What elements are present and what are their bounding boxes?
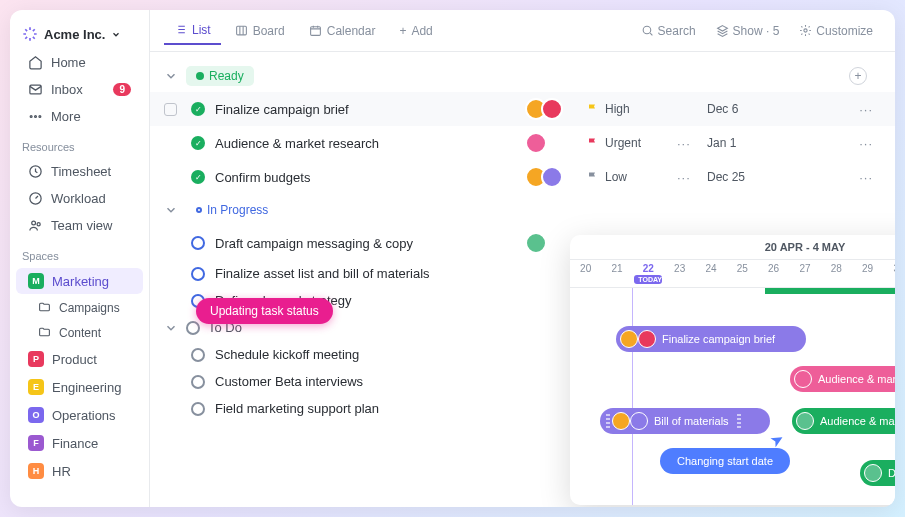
gantt-panel: 20 APR - 4 MAY 202122TODAY23242526272829… xyxy=(570,235,895,505)
space-product[interactable]: PProduct xyxy=(16,346,143,372)
sidebar: Acme Inc. Home Inbox 9 More Resources Ti… xyxy=(10,10,150,507)
drag-handle-icon[interactable] xyxy=(737,414,741,428)
drag-handle-icon[interactable] xyxy=(606,414,610,428)
assignees[interactable] xyxy=(525,232,569,254)
view-calendar[interactable]: Calendar xyxy=(299,17,386,44)
space-operations[interactable]: OOperations xyxy=(16,402,143,428)
gantt-bar[interactable]: Finalize campaign brief xyxy=(616,326,806,352)
space-hr[interactable]: HHR xyxy=(16,458,143,484)
space-badge: O xyxy=(28,407,44,423)
nav-workload[interactable]: Workload xyxy=(16,186,143,211)
task-row[interactable]: ✓ Confirm budgets Low ··· Dec 25 ··· xyxy=(150,160,895,194)
workspace-switcher[interactable]: Acme Inc. xyxy=(10,20,149,48)
space-badge: F xyxy=(28,435,44,451)
board-icon xyxy=(235,23,248,38)
nav-inbox[interactable]: Inbox 9 xyxy=(16,77,143,102)
status-check-icon[interactable] xyxy=(191,236,205,250)
task-name: Audience & market research xyxy=(215,136,515,151)
assignees[interactable] xyxy=(525,166,569,188)
space-label: HR xyxy=(52,464,71,479)
group-progress-header[interactable]: In Progress xyxy=(150,194,895,226)
svg-point-6 xyxy=(32,221,36,225)
cell-more[interactable]: ··· xyxy=(677,136,697,151)
gauge-icon xyxy=(28,191,43,206)
status-check-icon[interactable] xyxy=(191,267,205,281)
search-button[interactable]: Search xyxy=(633,19,704,42)
row-actions[interactable]: ··· xyxy=(859,102,873,117)
gantt-day-scale: 202122TODAY23242526272829301234 xyxy=(570,260,895,288)
chevron-down-icon[interactable] xyxy=(164,321,178,335)
flag-icon xyxy=(587,171,599,183)
gantt-day: 29 xyxy=(852,260,883,287)
due-date[interactable]: Dec 6 xyxy=(707,102,767,116)
status-check-icon[interactable]: ✓ xyxy=(191,170,205,184)
space-label: Finance xyxy=(52,436,98,451)
due-date[interactable]: Jan 1 xyxy=(707,136,767,150)
space-finance[interactable]: FFinance xyxy=(16,430,143,456)
assignees[interactable] xyxy=(525,98,569,120)
nav-home[interactable]: Home xyxy=(16,50,143,75)
space-marketing[interactable]: M Marketing xyxy=(16,268,143,294)
task-row[interactable]: ✓ Finalize campaign brief High Dec 6 ··· xyxy=(150,92,895,126)
clock-icon xyxy=(28,164,43,179)
task-row[interactable]: ✓ Audience & market research Urgent ··· … xyxy=(150,126,895,160)
assignees[interactable] xyxy=(525,132,569,154)
status-check-icon[interactable]: ✓ xyxy=(191,136,205,150)
space-badge: P xyxy=(28,351,44,367)
gantt-bar[interactable]: Bill of materials xyxy=(600,408,770,434)
priority[interactable]: Low xyxy=(587,170,667,184)
task-name: Draft campaign messaging & copy xyxy=(215,236,515,251)
gantt-bar[interactable]: Draft campaign messaging xyxy=(860,460,895,486)
due-date[interactable]: Dec 25 xyxy=(707,170,767,184)
plus-icon: + xyxy=(399,24,406,38)
gantt-bar[interactable]: Audience & market research xyxy=(790,366,895,392)
cell-more[interactable]: ··· xyxy=(677,170,697,185)
view-list[interactable]: List xyxy=(164,16,221,45)
toolbar: List Board Calendar + Add Search Show · xyxy=(150,10,895,52)
chevron-down-icon[interactable] xyxy=(164,203,178,217)
space-label: Engineering xyxy=(52,380,121,395)
task-name: Schedule kickoff meeting xyxy=(215,347,515,362)
chevron-down-icon[interactable] xyxy=(164,69,178,83)
folder-content[interactable]: Content xyxy=(10,321,149,344)
gantt-baseline xyxy=(765,288,895,294)
status-check-icon[interactable] xyxy=(191,402,205,416)
status-check-icon[interactable]: ✓ xyxy=(191,102,205,116)
space-engineering[interactable]: EEngineering xyxy=(16,374,143,400)
gantt-bar[interactable]: Audience & market research xyxy=(792,408,895,434)
task-name: Field marketing support plan xyxy=(215,401,515,416)
status-check-icon[interactable] xyxy=(191,375,205,389)
view-board[interactable]: Board xyxy=(225,17,295,44)
workspace-name: Acme Inc. xyxy=(44,27,105,42)
nav-timesheet[interactable]: Timesheet xyxy=(16,159,143,184)
gantt-tooltip: Changing start date xyxy=(660,448,790,474)
gantt-day: 24 xyxy=(695,260,726,287)
show-button[interactable]: Show · 5 xyxy=(708,19,788,42)
nav-teamview[interactable]: Team view xyxy=(16,213,143,238)
row-actions[interactable]: ··· xyxy=(859,136,873,151)
status-progress-pill: In Progress xyxy=(186,200,278,220)
group-ready-header[interactable]: Ready + xyxy=(150,60,895,92)
priority[interactable]: Urgent xyxy=(587,136,667,150)
nav-label: Timesheet xyxy=(51,164,111,179)
customize-button[interactable]: Customize xyxy=(791,19,881,42)
folder-campaigns[interactable]: Campaigns xyxy=(10,296,149,319)
gantt-day: 21 xyxy=(601,260,632,287)
folder-icon xyxy=(38,325,51,340)
nav-more[interactable]: More xyxy=(16,104,143,129)
gantt-day: 28 xyxy=(821,260,852,287)
svg-rect-9 xyxy=(310,27,320,36)
team-icon xyxy=(28,218,43,233)
space-badge: H xyxy=(28,463,44,479)
select-checkbox[interactable] xyxy=(164,103,177,116)
row-actions[interactable]: ··· xyxy=(859,170,873,185)
view-add[interactable]: + Add xyxy=(389,18,442,44)
add-task-button[interactable]: + xyxy=(849,67,867,85)
space-label: Product xyxy=(52,352,97,367)
home-icon xyxy=(28,55,43,70)
status-check-icon[interactable] xyxy=(191,348,205,362)
gantt-day: 22TODAY xyxy=(633,260,664,287)
priority[interactable]: High xyxy=(587,102,667,116)
gantt-day: 26 xyxy=(758,260,789,287)
calendar-icon xyxy=(309,23,322,38)
